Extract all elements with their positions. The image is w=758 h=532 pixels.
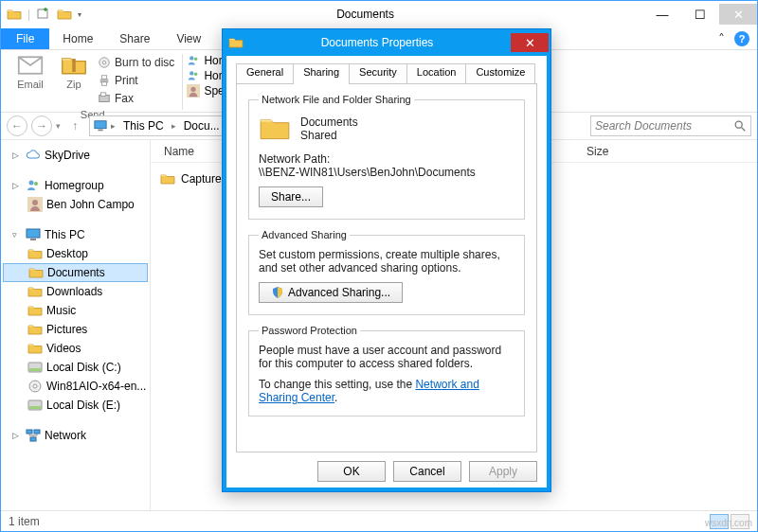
qat-separator: |	[27, 8, 30, 21]
envelope-icon	[16, 52, 45, 79]
password-text: People must have a user account and pass…	[259, 344, 514, 370]
tab-file[interactable]: File	[1, 28, 49, 49]
fax-button[interactable]: Fax	[98, 90, 174, 107]
tree-music[interactable]: Music	[3, 301, 148, 320]
new-folder-icon[interactable]	[36, 7, 51, 22]
folder-icon	[228, 35, 244, 50]
properties-dialog: Documents Properties ✕ General Sharing S…	[222, 28, 551, 492]
network-icon	[26, 428, 41, 443]
close-button[interactable]: ✕	[719, 4, 757, 25]
maximize-button[interactable]: ☐	[681, 4, 719, 25]
network-path-label: Network Path:	[259, 152, 514, 166]
tree-homegroup-user[interactable]: Ben John Campo	[3, 195, 148, 214]
tab-security[interactable]: Security	[349, 63, 407, 84]
shield-icon	[271, 286, 284, 299]
folder-icon	[28, 265, 44, 280]
tree-documents[interactable]: Documents	[3, 263, 148, 282]
share-button[interactable]: Share...	[259, 186, 323, 207]
tree-skydrive[interactable]: ▷SkyDrive	[3, 146, 148, 165]
folder-icon	[27, 322, 43, 337]
tree-network[interactable]: ▷Network	[3, 426, 148, 445]
email-button[interactable]: Email	[10, 52, 50, 107]
disk-icon	[27, 398, 43, 413]
tree-local-c[interactable]: Local Disk (C:)	[3, 358, 148, 377]
tree-videos[interactable]: Videos	[3, 339, 148, 358]
dialog-close-button[interactable]: ✕	[511, 33, 549, 52]
monitor-icon	[94, 119, 107, 133]
disk-icon	[27, 360, 43, 375]
people-icon	[26, 178, 41, 193]
search-icon	[733, 119, 747, 133]
tree-desktop[interactable]: Desktop	[3, 244, 148, 263]
shared-state: Shared	[300, 129, 358, 142]
avatar-icon	[187, 84, 200, 98]
tree-downloads[interactable]: Downloads	[3, 282, 148, 301]
tab-customize[interactable]: Customize	[465, 63, 535, 84]
breadcrumb[interactable]: ▸ This PC▸ Docu...	[89, 115, 228, 136]
ok-button[interactable]: OK	[317, 461, 386, 482]
burn-button[interactable]: Burn to disc	[98, 54, 174, 71]
cancel-button[interactable]: Cancel	[393, 461, 461, 482]
collapse-ribbon-icon[interactable]: ˄	[718, 31, 725, 46]
help-icon[interactable]: ?	[734, 31, 749, 46]
folder-icon	[27, 303, 43, 318]
network-sharing-group: Network File and Folder Sharing Document…	[248, 94, 525, 220]
window-title: Documents	[87, 8, 643, 21]
advanced-sharing-button[interactable]: Advanced Sharing...	[259, 282, 403, 303]
recent-dropdown-icon[interactable]: ▾	[56, 121, 61, 131]
disc-icon	[98, 56, 111, 69]
tree-homegroup[interactable]: ▷Homegroup	[3, 176, 148, 195]
tab-view[interactable]: View	[163, 28, 214, 49]
dialog-buttons: OK Cancel Apply	[236, 453, 537, 482]
tree-pictures[interactable]: Pictures	[3, 320, 148, 339]
dialog-title-bar[interactable]: Documents Properties ✕	[223, 29, 550, 56]
network-path-value: \\BENZ-WIN81\Users\BenJohn\Documents	[259, 166, 514, 179]
up-button[interactable]: ↑	[64, 115, 85, 136]
sharing-panel: Network File and Folder Sharing Document…	[236, 83, 537, 452]
apply-button[interactable]: Apply	[469, 461, 537, 482]
printer-icon	[98, 74, 111, 87]
advanced-sharing-group: Advanced Sharing Set custom permissions,…	[248, 229, 525, 315]
status-count: 1 item	[9, 515, 40, 528]
shared-folder-name: Documents	[300, 115, 358, 129]
fax-icon	[98, 92, 111, 105]
dialog-title: Documents Properties	[244, 36, 511, 49]
status-bar: 1 item	[1, 510, 757, 531]
back-button[interactable]: ←	[7, 115, 27, 136]
cloud-icon	[26, 148, 41, 163]
disc-icon	[27, 379, 43, 394]
tab-sharing[interactable]: Sharing	[293, 63, 350, 84]
advanced-sharing-text: Set custom permissions, create multiple …	[259, 248, 514, 275]
tab-general[interactable]: General	[236, 63, 294, 84]
forward-button[interactable]: →	[31, 115, 52, 136]
folder-icon[interactable]	[57, 7, 72, 22]
zip-button[interactable]: Zip	[54, 52, 94, 107]
folder-icon	[7, 7, 22, 22]
password-protection-group: Password Protection People must have a u…	[248, 325, 525, 417]
folder-icon	[27, 246, 43, 261]
folder-icon	[160, 171, 175, 186]
people-icon	[187, 54, 200, 67]
nav-pane: ▷SkyDrive ▷Homegroup Ben John Campo ▿Thi…	[1, 140, 151, 510]
qat-dropdown-icon[interactable]: ▾	[78, 10, 81, 19]
zip-icon	[60, 52, 88, 79]
watermark: wsxdn.com	[705, 518, 752, 528]
minimize-button[interactable]: —	[643, 4, 681, 25]
print-button[interactable]: Print	[98, 72, 174, 89]
dialog-tabs: General Sharing Security Location Custom…	[236, 63, 537, 84]
search-placeholder: Search Documents	[595, 119, 692, 133]
search-input[interactable]: Search Documents	[590, 115, 751, 136]
folder-icon	[27, 341, 43, 356]
tree-local-e[interactable]: Local Disk (E:)	[3, 396, 148, 415]
folder-icon	[27, 284, 43, 299]
tree-thispc[interactable]: ▿This PC	[3, 225, 148, 244]
avatar-icon	[27, 197, 43, 212]
title-bar: | ▾ Documents — ☐ ✕	[1, 1, 757, 27]
tab-home[interactable]: Home	[49, 28, 106, 49]
tab-share[interactable]: Share	[106, 28, 163, 49]
folder-icon	[259, 113, 291, 145]
tab-location[interactable]: Location	[406, 63, 467, 84]
people-icon	[187, 69, 200, 82]
monitor-icon	[26, 227, 41, 242]
tree-win81aio[interactable]: Win81AIO-x64-en...	[3, 377, 148, 396]
